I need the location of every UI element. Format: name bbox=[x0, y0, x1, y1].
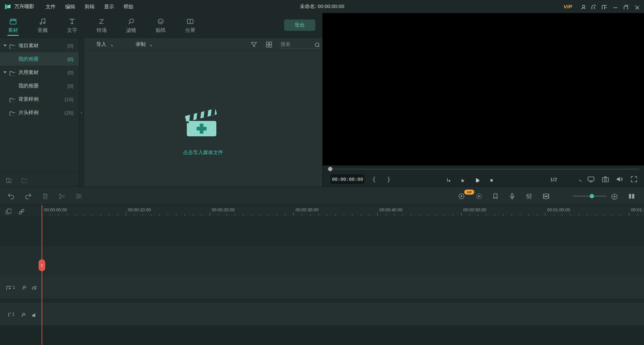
step-forward-icon bbox=[460, 177, 465, 182]
lock-track-icon[interactable] bbox=[20, 312, 25, 317]
filter-media-button[interactable] bbox=[250, 41, 257, 48]
zoom-slider-handle[interactable] bbox=[590, 194, 594, 198]
play-button[interactable] bbox=[472, 175, 481, 184]
stop-icon bbox=[488, 177, 493, 182]
audio-track-icon bbox=[6, 312, 11, 317]
sidebar-item-shared-media[interactable]: 共用素材(0) bbox=[0, 66, 79, 79]
display-device-button[interactable] bbox=[587, 175, 595, 183]
toggle-visibility-icon[interactable] bbox=[31, 284, 37, 290]
video-preview bbox=[323, 13, 644, 165]
menu-clip[interactable]: 剪辑 bbox=[80, 0, 99, 13]
menu-help[interactable]: 帮助 bbox=[119, 0, 138, 13]
sticker-icon bbox=[157, 17, 165, 25]
zoom-to-fit-button[interactable] bbox=[542, 192, 550, 200]
sidebar-item-background-samples[interactable]: 背景样例(15) bbox=[0, 92, 79, 106]
expander-caret-icon[interactable] bbox=[3, 71, 7, 73]
undo-button[interactable] bbox=[7, 192, 15, 200]
delete-button[interactable] bbox=[41, 192, 49, 200]
lock-track-icon[interactable] bbox=[20, 284, 26, 290]
playhead-handle[interactable]: ✂ bbox=[39, 259, 45, 271]
search-box bbox=[280, 40, 319, 49]
view-grid-button[interactable] bbox=[265, 41, 272, 48]
search-input[interactable] bbox=[280, 41, 314, 47]
menu-file[interactable]: 文件 bbox=[41, 0, 60, 13]
import-label: 导入 bbox=[96, 41, 106, 48]
delete-folder-button[interactable] bbox=[21, 176, 28, 183]
layout-button[interactable] bbox=[598, 0, 609, 13]
ruler-tick bbox=[503, 214, 503, 216]
snapshot-button[interactable] bbox=[601, 175, 609, 183]
menu-edit[interactable]: 编辑 bbox=[60, 0, 80, 13]
render-preview-button[interactable] bbox=[475, 192, 483, 200]
auto-ripple-button[interactable] bbox=[17, 208, 24, 214]
sidebar-item-opening-samples[interactable]: 片头样例(20) bbox=[0, 106, 79, 119]
split-button[interactable] bbox=[58, 192, 66, 200]
ruler-tick bbox=[302, 214, 302, 216]
sidebar-item-count: (0) bbox=[67, 70, 73, 75]
sidebar-item-my-album[interactable]: 我的相册(0) bbox=[0, 52, 79, 66]
seekbar-track[interactable] bbox=[327, 169, 639, 169]
restore-button[interactable] bbox=[620, 0, 631, 13]
tab-splitscreen[interactable]: 分屏 bbox=[178, 13, 202, 38]
mute-track-icon[interactable] bbox=[31, 312, 36, 317]
timeline-ruler[interactable]: 00:00:00:0000:00:10:0000:00:20:0000:00:3… bbox=[0, 205, 644, 217]
ruler-tick bbox=[84, 214, 84, 216]
manage-tracks-button[interactable] bbox=[5, 208, 11, 214]
audio-track-header: 1 bbox=[0, 303, 36, 325]
zoom-in-button[interactable] bbox=[610, 193, 618, 200]
next-frame-button[interactable] bbox=[458, 175, 466, 184]
tab-transition[interactable]: 转场 bbox=[90, 13, 113, 38]
search-icon[interactable] bbox=[314, 41, 319, 47]
splitscreen-icon bbox=[186, 17, 194, 25]
sidebar-item-my-album-2[interactable]: 我的相册(0) bbox=[0, 79, 79, 92]
media-icon bbox=[9, 17, 17, 25]
feedback-icon bbox=[590, 4, 596, 9]
ruler-tick bbox=[310, 214, 311, 216]
fullscreen-button[interactable] bbox=[630, 175, 638, 183]
feedback-button[interactable] bbox=[588, 0, 598, 13]
adjust-button[interactable] bbox=[75, 192, 83, 200]
video-track-header: 1 bbox=[0, 276, 37, 298]
ruler-tick bbox=[436, 214, 436, 216]
mark-in-button[interactable]: { bbox=[372, 172, 376, 187]
media-empty-state[interactable]: 点击导入媒体文件 bbox=[84, 51, 322, 187]
zoom-out-button[interactable] bbox=[543, 194, 549, 199]
import-dropdown[interactable]: 导入 bbox=[96, 38, 114, 51]
tab-label: 转场 bbox=[97, 27, 107, 33]
mark-out-button[interactable]: } bbox=[387, 172, 390, 187]
tab-media[interactable]: 素材 bbox=[1, 13, 25, 38]
ruler-tick bbox=[352, 214, 353, 216]
redo-button[interactable] bbox=[24, 192, 32, 200]
tab-label: 贴纸 bbox=[156, 27, 166, 33]
seekbar-handle[interactable] bbox=[328, 167, 332, 171]
tab-label: 滤镜 bbox=[126, 27, 136, 33]
volume-button[interactable] bbox=[615, 175, 624, 183]
stop-button[interactable] bbox=[486, 175, 495, 184]
tab-audio[interactable]: 音频 bbox=[31, 13, 54, 38]
video-track-icon bbox=[6, 284, 11, 290]
record-dropdown[interactable]: 录制 bbox=[136, 38, 153, 51]
tab-filter[interactable]: 滤镜 bbox=[119, 13, 143, 38]
toggle-panel-button[interactable] bbox=[628, 192, 636, 200]
menu-view[interactable]: 显示 bbox=[99, 0, 119, 13]
minimize-button[interactable] bbox=[609, 0, 620, 13]
preview-seekbar[interactable] bbox=[323, 165, 644, 172]
account-button[interactable] bbox=[577, 0, 588, 13]
sidebar-collapse-handle[interactable]: ‹ bbox=[79, 38, 84, 187]
marker-button[interactable] bbox=[491, 192, 499, 200]
export-button[interactable]: 导出 bbox=[284, 19, 315, 31]
audio-mixer-button[interactable] bbox=[525, 192, 533, 200]
close-button[interactable] bbox=[631, 0, 641, 13]
preview-panel: 00:00:00:00 { } 1/2 bbox=[322, 13, 644, 187]
sidebar-item-project-media[interactable]: 项目素材(0) bbox=[0, 39, 79, 52]
new-folder-button[interactable] bbox=[5, 176, 12, 183]
tab-text[interactable]: 文字 bbox=[60, 13, 84, 38]
window-title: 未命名: 00:00:00:00 bbox=[300, 3, 344, 10]
previous-frame-button[interactable] bbox=[443, 175, 452, 184]
ruler-tick bbox=[545, 212, 545, 216]
expander-caret-icon[interactable] bbox=[3, 45, 7, 47]
vip-badge[interactable]: VIP bbox=[564, 4, 572, 9]
playback-quality-dropdown[interactable]: 1/2 bbox=[550, 172, 582, 187]
record-voiceover-button[interactable] bbox=[508, 192, 516, 200]
tab-sticker[interactable]: 贴纸 bbox=[149, 13, 172, 38]
